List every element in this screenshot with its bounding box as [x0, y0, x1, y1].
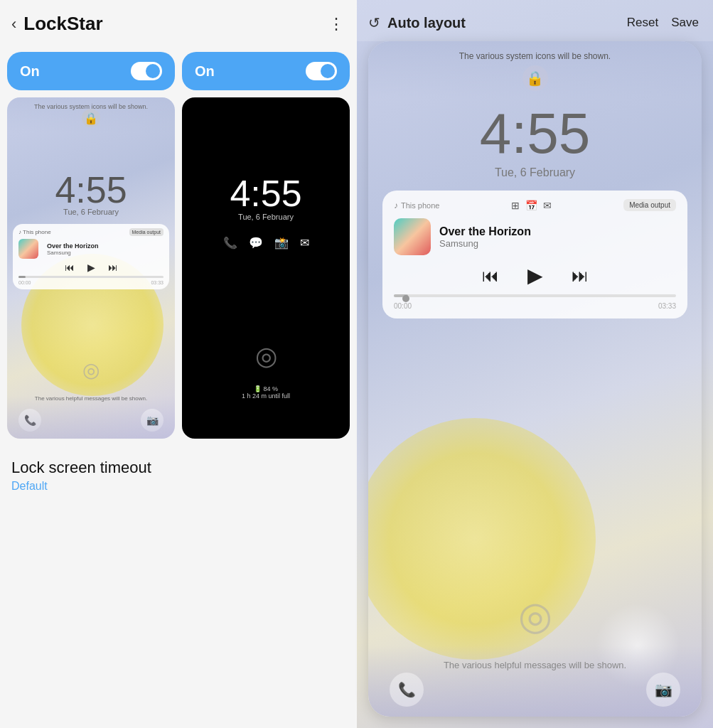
progress-times: 00:00 03:33	[18, 280, 163, 285]
timeout-value: Default	[11, 480, 345, 493]
music-title: Over the Horizon	[47, 242, 163, 250]
right-header-title: Auto layout	[387, 15, 466, 31]
large-top-message: The various system icons will be shown.	[368, 41, 702, 65]
large-music-title: Over the Horizon	[439, 225, 676, 238]
time-end: 03:33	[151, 280, 163, 285]
quick-icon-phone: 📞	[223, 236, 237, 250]
preview-date-light: Tue, 6 February	[63, 208, 119, 216]
toggle-switch-1[interactable]	[131, 62, 162, 80]
header-left: ‹ LockStar	[11, 13, 103, 35]
reset-button[interactable]: Reset	[627, 16, 658, 30]
large-play-button[interactable]: ▶	[527, 264, 543, 287]
music-source: ♪ This phone	[18, 229, 51, 235]
toggle-card-2[interactable]: On	[182, 52, 350, 90]
large-music-cover	[394, 218, 431, 255]
large-controls: ⏮ ▶ ⏭	[394, 264, 676, 287]
battery-pct: 🔋 84 %	[242, 385, 290, 392]
prev-button[interactable]: ⏮	[65, 262, 75, 273]
large-music-artist: Samsung	[439, 238, 676, 249]
preview-date-dark: Tue, 6 February	[238, 213, 294, 221]
icon-grid: ⊞	[511, 200, 520, 211]
large-bottom-icons: 📞 📷	[368, 673, 702, 707]
large-camera-icon: 📷	[646, 673, 680, 707]
right-panel: ↺ Auto layout Reset Save The various sys…	[357, 0, 713, 728]
battery-time: 1 h 24 m until full	[242, 392, 290, 400]
toggle-switch-2[interactable]	[306, 62, 337, 80]
music-info: Over the Horizon Samsung	[47, 242, 163, 256]
music-cover	[18, 239, 38, 259]
right-header: ↺ Auto layout Reset Save	[357, 0, 713, 41]
large-lock-icon: 🔒	[522, 65, 548, 91]
dark-lockscreen-preview[interactable]: 4:55 Tue, 6 February 📞 💬 📸 ✉ ◎ 🔋 84 % 1 …	[182, 97, 350, 439]
progress-dot	[402, 295, 409, 302]
left-header: ‹ LockStar ⋮	[0, 0, 357, 45]
quick-icon-cam: 📸	[274, 236, 289, 250]
music-controls: ⏮ ▶ ⏭	[18, 262, 163, 273]
progress-fill	[18, 276, 26, 278]
large-progress-bar	[394, 294, 676, 297]
toggle-label-2: On	[195, 63, 215, 80]
dark-quick-icons: 📞 💬 📸 ✉	[223, 236, 309, 250]
toggle-label-1: On	[20, 63, 40, 80]
progress-bar	[18, 276, 163, 278]
preview-time-dark: 4:55	[230, 172, 301, 215]
large-date: Tue, 6 February	[368, 166, 702, 179]
large-music-source-label: This phone	[401, 201, 439, 210]
large-music-info: Over the Horizon Samsung	[439, 225, 676, 249]
time-start: 00:00	[18, 280, 31, 285]
large-music-card: ♪ This phone ⊞ 📅 ✉ Media output Over the…	[382, 191, 687, 318]
large-fingerprint-icon: ◎	[518, 593, 552, 638]
music-artist: Samsung	[47, 250, 163, 256]
large-time-end: 03:33	[658, 302, 676, 310]
large-lockscreen-preview: The various system icons will be shown. …	[368, 41, 702, 717]
large-music-main: Over the Horizon Samsung	[394, 218, 676, 255]
fingerprint-icon-light: ◎	[82, 358, 100, 382]
toggle-card-1[interactable]: On	[7, 52, 175, 90]
back-button[interactable]: ‹	[11, 15, 16, 33]
large-time-start: 00:00	[394, 302, 412, 310]
next-button[interactable]: ⏭	[108, 262, 118, 273]
left-panel: ‹ LockStar ⋮ On On The various system ic…	[0, 0, 357, 728]
preview-row: The various system icons will be shown. …	[0, 97, 357, 446]
icon-calendar: 📅	[525, 200, 537, 211]
auto-layout-icon: ↺	[368, 14, 380, 31]
lock-icon: 🔒	[82, 109, 100, 127]
timeout-section[interactable]: Lock screen timeout Default	[0, 446, 357, 500]
music-note-icon: ♪	[394, 200, 398, 210]
large-time: 4:55	[368, 105, 702, 162]
wave-decoration-bottom	[7, 396, 175, 439]
play-button[interactable]: ▶	[87, 262, 95, 273]
large-prev-button[interactable]: ⏮	[482, 266, 499, 286]
large-progress-times: 00:00 03:33	[394, 302, 676, 310]
large-music-top: ♪ This phone ⊞ 📅 ✉ Media output	[394, 199, 676, 211]
toggle-cards-row: On On	[0, 45, 357, 97]
more-options-button[interactable]: ⋮	[328, 15, 345, 33]
right-header-left: ↺ Auto layout	[368, 14, 466, 31]
large-preview-content: The various system icons will be shown. …	[368, 41, 702, 318]
light-lockscreen-preview[interactable]: The various system icons will be shown. …	[7, 97, 175, 439]
media-output-badge: Media output	[129, 228, 163, 236]
large-yellow-circle	[368, 418, 596, 660]
timeout-title: Lock screen timeout	[11, 459, 345, 477]
large-media-output-badge: Media output	[623, 199, 676, 211]
music-card-light: ♪ This phone Media output Over the Horiz…	[13, 224, 169, 289]
preview-time-light: 4:55	[55, 168, 127, 211]
page-title: LockStar	[23, 13, 102, 35]
save-button[interactable]: Save	[671, 16, 699, 30]
large-phone-icon: 📞	[390, 673, 424, 707]
fingerprint-icon-dark: ◎	[255, 341, 277, 371]
battery-info: 🔋 84 % 1 h 24 m until full	[242, 385, 290, 400]
large-next-button[interactable]: ⏭	[572, 266, 589, 286]
large-music-source: ♪ This phone	[394, 200, 439, 210]
right-header-actions: Reset Save	[627, 16, 699, 30]
quick-icon-mail: ✉	[300, 236, 309, 250]
quick-icon-msg: 💬	[249, 236, 263, 250]
large-helpful-message: The various helpful messages will be sho…	[368, 660, 702, 670]
icon-mail-large: ✉	[543, 200, 552, 211]
